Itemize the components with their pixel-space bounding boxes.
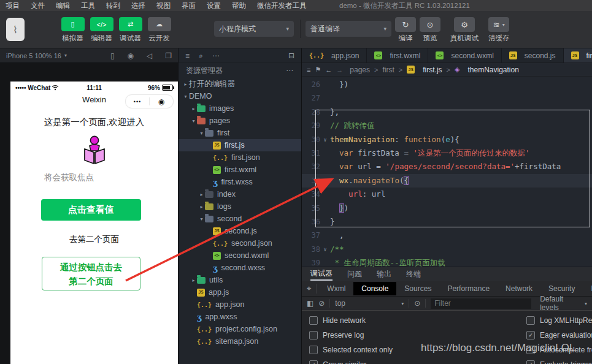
menu-item-7[interactable]: 界面 — [176, 1, 201, 10]
editor-tab-second.js[interactable]: JSsecond.js — [502, 48, 564, 63]
code-line-38[interactable]: 38∨/** — [302, 243, 592, 256]
account-avatar[interactable]: ⌇ — [6, 18, 25, 41]
setting-Autocomplete fro[interactable]: ✓Autocomplete fro — [526, 343, 592, 357]
collapse-sidebar-icon[interactable]: ⊟ — [288, 51, 294, 60]
panel-tab-问题[interactable]: 问题 — [347, 269, 362, 279]
tree-item-logs[interactable]: ▸logs — [179, 200, 301, 213]
outline-list-icon[interactable]: ≡ — [185, 51, 190, 60]
tree-item-app.json[interactable]: {..}app.json — [179, 298, 301, 311]
checkbox[interactable] — [309, 331, 318, 339]
tree-item-first.wxml[interactable]: <>first.wxml — [179, 164, 301, 176]
device-icon[interactable]: ▯ — [110, 51, 115, 60]
devtools-tab-Sources[interactable]: Sources — [396, 282, 439, 295]
tree-item-first.wxss[interactable]: ʒfirst.wxss — [179, 176, 301, 188]
inspect-element-icon[interactable]: ⌖ — [302, 284, 317, 294]
tree-item-app.js[interactable]: JSapp.js — [179, 286, 301, 298]
setting-Eager evaluation[interactable]: ✓Eager evaluation — [526, 328, 592, 343]
compile-mode-select[interactable]: 普通编译 ▾ — [306, 21, 391, 37]
tree-item-DEMO[interactable]: ▾DEMO — [179, 90, 301, 102]
code-line-39[interactable]: 39 * 生命周期函数--监听页面加载 — [302, 256, 592, 267]
code-editor[interactable]: 26 })2728},29// 跳转传值30∨themNavigation: f… — [302, 77, 592, 267]
cloud-dev-button[interactable]: ☁云开发 — [145, 11, 173, 48]
tree-item-打开的编辑器[interactable]: ▸打开的编辑器 — [179, 78, 301, 90]
more-icon[interactable]: ⋯ — [212, 51, 220, 60]
mute-icon[interactable]: ◁ — [147, 51, 152, 60]
outline-list-icon[interactable]: ≡ — [307, 66, 310, 74]
compile-button[interactable]: ↻编译 — [395, 11, 416, 48]
panel-tab-调试器[interactable]: 调试器 — [310, 268, 333, 281]
breadcrumb-first.js[interactable]: first.js — [423, 66, 442, 74]
setting-Evaluate triggers[interactable]: ✓Evaluate triggers — [526, 357, 592, 364]
setting-Preserve log[interactable]: Preserve log — [309, 328, 393, 343]
menu-item-9[interactable]: 帮助 — [226, 1, 252, 10]
editor-tab-app.json[interactable]: {..}app.json — [302, 48, 367, 63]
breadcrumb-pages[interactable]: pages — [350, 66, 370, 74]
menu-item-6[interactable]: 视图 — [151, 1, 176, 10]
exit-target-icon[interactable]: ◉ — [150, 97, 173, 106]
windows-icon[interactable]: ❐ — [165, 51, 172, 60]
code-line-31[interactable]: 31 var firstData = '这是第一个页面的传过来的数据' — [302, 146, 592, 160]
console-filter-input[interactable] — [431, 298, 531, 309]
tree-item-images[interactable]: ▸images — [179, 102, 301, 115]
code-line-35[interactable]: 35 }) — [302, 202, 592, 215]
more-dots-icon[interactable]: ••• — [126, 99, 149, 105]
code-line-32[interactable]: 32 var url = '/pages/second/second?data=… — [302, 160, 592, 173]
checkbox[interactable] — [309, 346, 318, 354]
code-line-26[interactable]: 26 }) — [302, 78, 592, 91]
tree-item-index[interactable]: ▸index — [179, 188, 301, 200]
tree-item-pages[interactable]: ▾pages — [179, 115, 301, 127]
code-line-34[interactable]: 34 url: url — [302, 188, 592, 201]
tree-item-second.json[interactable]: {..}second.json — [179, 237, 301, 249]
device-select[interactable]: iPhone 5 100% 16 — [6, 52, 61, 59]
menu-item-5[interactable]: 选择 — [126, 1, 151, 10]
tree-item-second[interactable]: ▾second — [179, 213, 301, 225]
tree-item-app.wxss[interactable]: ʒapp.wxss — [179, 311, 301, 323]
setting-Log XMLHttpRequ[interactable]: Log XMLHttpRequ — [526, 313, 592, 328]
editor-button[interactable]: </>编辑器 — [88, 11, 115, 48]
editor-tab-second.wxml[interactable]: <>second.wxml — [428, 48, 501, 63]
checkbox[interactable] — [309, 316, 318, 325]
code-line-30[interactable]: 30∨themNavigation: function(e){ — [302, 133, 592, 146]
code-line-27[interactable]: 27 — [302, 91, 592, 105]
setting-Hide network[interactable]: Hide network — [309, 313, 393, 328]
code-line-28[interactable]: 28}, — [302, 105, 592, 119]
context-select[interactable]: top ▾ — [335, 299, 404, 308]
checkbox[interactable]: ✓ — [526, 331, 535, 339]
setting-Group similar[interactable]: ✓Group similar — [309, 357, 393, 364]
bookmark-icon[interactable]: ⚑ — [315, 66, 321, 74]
panel-tab-终端[interactable]: 终端 — [406, 269, 421, 279]
breadcrumb-themNavigation[interactable]: themNavigation — [467, 66, 518, 74]
tree-item-first.json[interactable]: {..}first.json — [179, 151, 301, 164]
explorer-more-icon[interactable]: ⋯ — [286, 66, 294, 75]
editor-tab-first.js[interactable]: JSfirst.js — [564, 48, 592, 63]
tree-item-second.js[interactable]: JSsecond.js — [179, 225, 301, 237]
devtools-tab-Network[interactable]: Network — [498, 282, 540, 295]
devtools-tab-Security[interactable]: Security — [540, 282, 583, 295]
clear-cache-button[interactable]: ≋▾清缓存 — [488, 11, 510, 48]
devtools-tab-Mock[interactable]: Mock — [583, 282, 592, 295]
checkbox[interactable]: ✓ — [526, 360, 535, 364]
code-line-29[interactable]: 29// 跳转传值 — [302, 119, 592, 132]
menu-item-1[interactable]: 文件 — [25, 1, 50, 10]
forward-icon[interactable]: → — [336, 66, 343, 74]
remote-debug-button[interactable]: ⚙真机调试 — [450, 11, 479, 48]
panel-tab-输出[interactable]: 输出 — [377, 269, 391, 279]
checkbox[interactable] — [526, 316, 535, 325]
tree-item-second.wxss[interactable]: ʒsecond.wxss — [179, 262, 301, 274]
menu-item-3[interactable]: 工具 — [75, 1, 101, 10]
code-line-36[interactable]: 36} — [302, 215, 592, 229]
debugger-button[interactable]: ⇄调试器 — [117, 11, 144, 48]
menu-item-10[interactable]: 微信开发者工具 — [252, 1, 312, 10]
menu-item-8[interactable]: 设置 — [201, 1, 226, 10]
simulator-button[interactable]: ▯模拟器 — [59, 11, 86, 48]
log-levels-select[interactable]: Default levels ▾ — [540, 295, 587, 312]
goto-second-text[interactable]: 去第二个页面 — [10, 234, 178, 245]
tree-item-utils[interactable]: ▸utils — [179, 274, 301, 286]
menu-item-0[interactable]: 项目 — [0, 1, 25, 10]
sidebar-toggle-icon[interactable]: ◧ — [307, 299, 313, 308]
goto-second-outline-button[interactable]: 通过按钮点击去 第二个页面 — [42, 257, 140, 290]
back-icon[interactable]: ← — [325, 66, 332, 74]
checkbox[interactable]: ✓ — [526, 346, 535, 354]
record-icon[interactable]: ◉ — [128, 51, 134, 60]
devtools-tab-Performance[interactable]: Performance — [439, 282, 498, 295]
